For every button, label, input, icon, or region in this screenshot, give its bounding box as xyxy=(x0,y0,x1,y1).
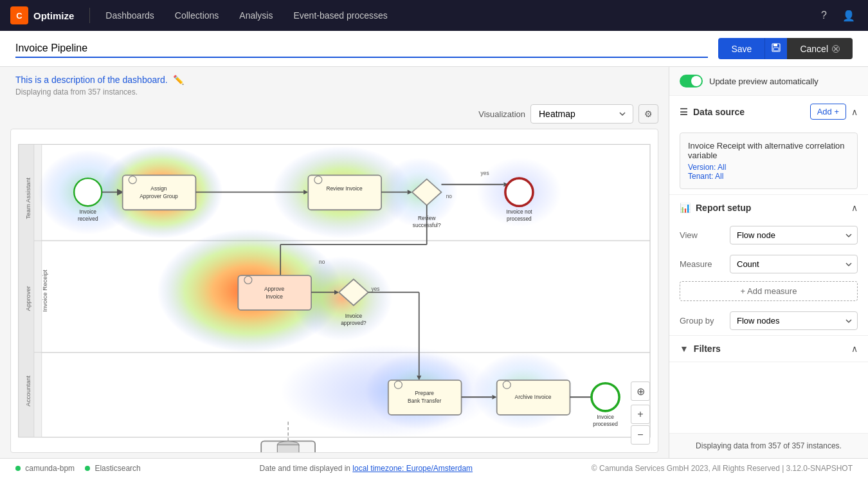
main-layout: Save Cancel Th xyxy=(0,31,868,478)
datasource-header[interactable]: ☰ Data source Add + ∧ xyxy=(669,96,868,127)
panel-status: Displaying data from 357 of 357 instance… xyxy=(669,433,868,458)
filter-icon: ▼ xyxy=(680,344,689,354)
preview-toggle-row: Update preview automatically xyxy=(669,67,868,96)
filters-title: Filters xyxy=(694,344,721,354)
svg-text:Team Assistant: Team Assistant xyxy=(24,178,32,219)
svg-text:yes: yes xyxy=(371,286,379,292)
groupby-select[interactable]: Flow nodes xyxy=(730,311,858,330)
svg-text:Invoice: Invoice xyxy=(79,208,96,215)
nav-analysis[interactable]: Analysis xyxy=(229,0,283,31)
fit-to-screen-button[interactable]: ⊕ xyxy=(631,381,650,401)
filters-header[interactable]: ▼ Filters ∧ xyxy=(669,336,868,362)
footer-indicators: camunda-bpm Elasticsearch xyxy=(15,464,141,473)
preview-label: Update preview automatically xyxy=(709,77,818,86)
footer-center: Date and time displayed in local timezon… xyxy=(260,464,473,473)
nav-collections[interactable]: Collections xyxy=(165,0,229,31)
user-icon[interactable]: 👤 xyxy=(840,7,858,24)
cancel-icon xyxy=(832,45,840,53)
app-brand: Optimize xyxy=(33,10,74,21)
svg-rect-88 xyxy=(277,445,299,452)
date-text: Date and time displayed in xyxy=(260,464,350,473)
datasource-title-row: ☰ Data source xyxy=(680,107,745,117)
nav-links: Dashboards Collections Analysis Event-ba… xyxy=(95,0,397,31)
camunda-bpm-dot xyxy=(15,466,21,471)
top-navigation: C Optimize Dashboards Collections Analys… xyxy=(0,0,868,31)
zoom-in-button[interactable]: + xyxy=(631,405,650,424)
dashboard-title-input[interactable] xyxy=(15,40,708,58)
nav-dashboards[interactable]: Dashboards xyxy=(95,0,165,31)
elasticsearch-dot xyxy=(85,466,90,471)
add-measure-button[interactable]: + Add measure xyxy=(680,281,858,301)
report-setup-title-row: 📊 Report setup xyxy=(680,203,751,213)
action-buttons: Save Cancel xyxy=(718,38,853,59)
svg-text:Archive Invoice: Archive Invoice xyxy=(515,394,552,400)
datasource-collapse-button[interactable]: ∧ xyxy=(851,107,858,117)
svg-text:Bank Transfer: Bank Transfer xyxy=(408,398,441,404)
header-bar: Save Cancel xyxy=(0,31,868,67)
save-icon-button[interactable] xyxy=(764,38,787,59)
measure-select[interactable]: Count xyxy=(730,255,858,273)
visualization-label: Visualization xyxy=(478,109,525,119)
visualization-area: Visualization Heatmap ⚙ xyxy=(0,99,669,458)
preview-toggle-switch[interactable] xyxy=(680,75,703,87)
description-text-row: This is a description of the dashboard. … xyxy=(15,75,653,85)
view-select[interactable]: Flow node xyxy=(730,226,858,244)
svg-text:Review Invoice: Review Invoice xyxy=(326,185,363,192)
report-setup-collapse-button[interactable]: ∧ xyxy=(851,203,858,213)
view-row: View Flow node xyxy=(669,221,868,250)
report-setup-header[interactable]: 📊 Report setup ∧ xyxy=(669,195,868,221)
save-button[interactable]: Save xyxy=(718,38,764,59)
cancel-button[interactable]: Cancel xyxy=(787,38,853,59)
app-logo: C Optimize xyxy=(10,6,74,24)
right-panel: Update preview automatically ☰ Data sour… xyxy=(669,67,868,458)
footer-copyright: © Camunda Services GmbH 2023, All Rights… xyxy=(592,464,853,473)
instance-info: Displaying data from 357 instances. xyxy=(15,87,653,97)
svg-text:Approver Group: Approver Group xyxy=(140,193,178,199)
svg-text:yes: yes xyxy=(481,170,489,176)
report-setup-icon: 📊 xyxy=(680,203,691,213)
datasource-section: ☰ Data source Add + ∧ Invoice Receipt wi… xyxy=(669,96,868,195)
filters-collapse-button[interactable]: ∧ xyxy=(851,344,858,354)
svg-point-53 xyxy=(505,178,533,206)
datasource-tenant: Tenant: All xyxy=(688,172,849,181)
filters-title-row: ▼ Filters xyxy=(680,344,721,354)
elasticsearch-indicator: Elasticsearch xyxy=(85,464,141,473)
nav-separator xyxy=(89,8,90,23)
help-icon[interactable]: ? xyxy=(818,7,829,24)
svg-rect-37 xyxy=(308,175,381,210)
canvas-controls: ⊕ + − xyxy=(631,381,650,445)
zoom-out-button[interactable]: − xyxy=(631,425,650,445)
datasource-name: Invoice Receipt with alternative correla… xyxy=(688,141,849,160)
datasource-card: Invoice Receipt with alternative correla… xyxy=(680,133,858,189)
viz-settings-gear[interactable]: ⚙ xyxy=(638,104,658,124)
camunda-bpm-indicator: camunda-bpm xyxy=(15,464,75,473)
timezone-link[interactable]: local timezone: Europe/Amsterdam xyxy=(352,464,473,473)
svg-text:processed: processed xyxy=(593,421,618,427)
datasource-version: Version: All xyxy=(688,163,849,172)
heatmap-svg: Team Assistant Approver Accountant Invoi… xyxy=(11,129,658,452)
svg-text:Prepare: Prepare xyxy=(415,390,434,396)
svg-text:approved?: approved? xyxy=(341,320,366,326)
datasource-icon: ☰ xyxy=(680,107,688,117)
content-area: This is a description of the dashboard. … xyxy=(0,67,868,458)
viz-controls: Visualization Heatmap ⚙ xyxy=(10,104,658,124)
svg-text:received: received xyxy=(78,216,98,222)
report-setup-section: 📊 Report setup ∧ View Flow node Measure xyxy=(669,195,868,336)
report-setup-title: Report setup xyxy=(696,203,751,213)
measure-label: Measure xyxy=(680,259,725,269)
visualization-type-select[interactable]: Heatmap xyxy=(530,104,633,124)
svg-text:Approve: Approve xyxy=(264,286,285,292)
nav-event-based[interactable]: Event-based processes xyxy=(283,0,397,31)
elasticsearch-label: Elasticsearch xyxy=(95,464,140,473)
description-bar: This is a description of the dashboard. … xyxy=(0,67,669,99)
svg-text:Invoice Receipt: Invoice Receipt xyxy=(41,270,48,312)
camunda-bpm-label: camunda-bpm xyxy=(25,464,75,473)
svg-rect-2 xyxy=(773,48,779,51)
view-label: View xyxy=(680,230,725,240)
datasource-add-button[interactable]: Add + xyxy=(810,104,846,120)
edit-description-icon[interactable]: ✏️ xyxy=(173,75,184,85)
svg-text:Assign: Assign xyxy=(150,185,167,192)
svg-text:no: no xyxy=(446,193,453,199)
footer: camunda-bpm Elasticsearch Date and time … xyxy=(0,458,868,478)
svg-text:processed: processed xyxy=(507,216,532,222)
